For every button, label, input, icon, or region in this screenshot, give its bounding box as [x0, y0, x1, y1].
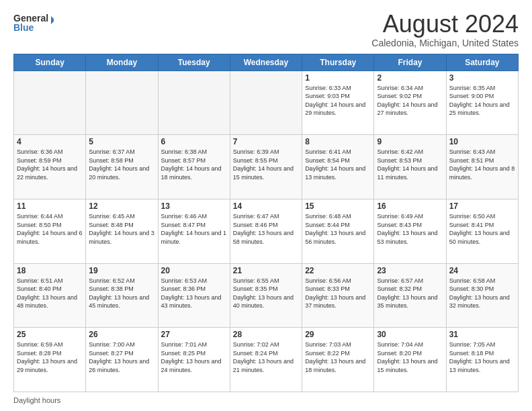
- day-number: 15: [305, 201, 371, 211]
- calendar-cell: 10Sunrise: 6:43 AMSunset: 8:51 PMDayligh…: [446, 135, 518, 199]
- calendar-cell: [230, 71, 302, 135]
- calendar-cell: [86, 71, 158, 135]
- day-number: 25: [17, 330, 83, 339]
- day-info: Sunrise: 6:58 AMSunset: 8:30 PMDaylight:…: [449, 277, 510, 310]
- page-header: General Blue August 2024 Caledonia, Mich…: [13, 11, 519, 48]
- day-info: Sunrise: 6:37 AMSunset: 8:58 PMDaylight:…: [89, 148, 149, 181]
- day-number: 9: [377, 137, 443, 146]
- day-number: 23: [377, 266, 443, 275]
- day-info: Sunrise: 6:56 AMSunset: 8:33 PMDaylight:…: [305, 277, 365, 310]
- calendar-cell: 8Sunrise: 6:41 AMSunset: 8:54 PMDaylight…: [302, 135, 374, 199]
- day-info: Sunrise: 6:57 AMSunset: 8:32 PMDaylight:…: [377, 277, 437, 310]
- day-number: 19: [89, 266, 154, 275]
- calendar-cell: 3Sunrise: 6:35 AMSunset: 9:00 PMDaylight…: [446, 71, 518, 135]
- day-header: Saturday: [446, 54, 518, 71]
- day-info: Sunrise: 6:34 AMSunset: 9:02 PMDaylight:…: [377, 85, 437, 117]
- day-number: 29: [305, 330, 371, 339]
- day-number: 12: [89, 201, 154, 211]
- day-info: Sunrise: 6:43 AMSunset: 8:51 PMDaylight:…: [449, 148, 515, 181]
- day-number: 2: [377, 73, 443, 83]
- day-header: Sunday: [14, 54, 86, 71]
- day-header: Thursday: [302, 54, 374, 71]
- day-number: 10: [449, 137, 515, 146]
- day-number: 14: [233, 201, 299, 211]
- day-header: Wednesday: [230, 54, 302, 71]
- calendar-cell: 14Sunrise: 6:47 AMSunset: 8:46 PMDayligh…: [230, 199, 302, 263]
- day-number: 5: [89, 137, 154, 146]
- calendar-cell: 15Sunrise: 6:48 AMSunset: 8:44 PMDayligh…: [302, 199, 374, 263]
- day-info: Sunrise: 6:55 AMSunset: 8:35 PMDaylight:…: [233, 277, 294, 310]
- day-number: 26: [89, 330, 154, 339]
- day-info: Sunrise: 6:50 AMSunset: 8:41 PMDaylight:…: [449, 213, 510, 245]
- day-number: 30: [377, 330, 443, 339]
- calendar-cell: 4Sunrise: 6:36 AMSunset: 8:59 PMDaylight…: [14, 135, 86, 199]
- day-info: Sunrise: 6:51 AMSunset: 8:40 PMDaylight:…: [17, 277, 77, 310]
- calendar-cell: 13Sunrise: 6:46 AMSunset: 8:47 PMDayligh…: [158, 199, 230, 263]
- day-info: Sunrise: 7:02 AMSunset: 8:24 PMDaylight:…: [233, 341, 294, 373]
- day-info: Sunrise: 6:48 AMSunset: 8:44 PMDaylight:…: [305, 213, 365, 245]
- calendar-cell: 22Sunrise: 6:56 AMSunset: 8:33 PMDayligh…: [302, 263, 374, 328]
- day-number: 6: [161, 137, 227, 146]
- day-header: Tuesday: [158, 54, 230, 71]
- day-number: 3: [449, 73, 515, 83]
- daylight-label: Daylight hours: [13, 396, 60, 404]
- calendar-cell: 27Sunrise: 7:01 AMSunset: 8:25 PMDayligh…: [158, 328, 230, 392]
- day-number: 24: [449, 266, 515, 275]
- month-title: August 2024: [371, 11, 519, 38]
- day-number: 21: [233, 266, 299, 275]
- day-info: Sunrise: 6:45 AMSunset: 8:48 PMDaylight:…: [89, 213, 154, 245]
- day-info: Sunrise: 6:33 AMSunset: 9:03 PMDaylight:…: [305, 85, 365, 117]
- svg-text:Blue: Blue: [13, 22, 34, 33]
- day-number: 13: [161, 201, 227, 211]
- day-number: 20: [161, 266, 227, 275]
- day-info: Sunrise: 7:04 AMSunset: 8:20 PMDaylight:…: [377, 341, 437, 373]
- day-info: Sunrise: 6:39 AMSunset: 8:55 PMDaylight:…: [233, 148, 294, 181]
- day-info: Sunrise: 6:38 AMSunset: 8:57 PMDaylight:…: [161, 148, 222, 181]
- day-number: 8: [305, 137, 371, 146]
- calendar-cell: 16Sunrise: 6:49 AMSunset: 8:43 PMDayligh…: [374, 199, 446, 263]
- calendar-cell: 9Sunrise: 6:42 AMSunset: 8:53 PMDaylight…: [374, 135, 446, 199]
- calendar-cell: 2Sunrise: 6:34 AMSunset: 9:02 PMDaylight…: [374, 71, 446, 135]
- calendar-cell: 12Sunrise: 6:45 AMSunset: 8:48 PMDayligh…: [86, 199, 158, 263]
- calendar-cell: 6Sunrise: 6:38 AMSunset: 8:57 PMDaylight…: [158, 135, 230, 199]
- logo-svg: General Blue: [13, 11, 54, 35]
- calendar-table: SundayMondayTuesdayWednesdayThursdayFrid…: [13, 54, 519, 392]
- calendar-cell: 30Sunrise: 7:04 AMSunset: 8:20 PMDayligh…: [374, 328, 446, 392]
- day-info: Sunrise: 6:44 AMSunset: 8:50 PMDaylight:…: [17, 213, 83, 245]
- day-info: Sunrise: 6:41 AMSunset: 8:54 PMDaylight:…: [305, 148, 365, 181]
- calendar-cell: 19Sunrise: 6:52 AMSunset: 8:38 PMDayligh…: [86, 263, 158, 328]
- day-number: 31: [449, 330, 515, 339]
- day-number: 11: [17, 201, 83, 211]
- footer: Daylight hours: [13, 396, 519, 404]
- day-number: 27: [161, 330, 227, 339]
- logo: General Blue: [13, 11, 54, 35]
- day-number: 28: [233, 330, 299, 339]
- calendar-cell: 21Sunrise: 6:55 AMSunset: 8:35 PMDayligh…: [230, 263, 302, 328]
- calendar-cell: 1Sunrise: 6:33 AMSunset: 9:03 PMDaylight…: [302, 71, 374, 135]
- calendar-cell: 20Sunrise: 6:53 AMSunset: 8:36 PMDayligh…: [158, 263, 230, 328]
- day-info: Sunrise: 6:53 AMSunset: 8:36 PMDaylight:…: [161, 277, 222, 310]
- calendar-cell: 5Sunrise: 6:37 AMSunset: 8:58 PMDaylight…: [86, 135, 158, 199]
- calendar-cell: 11Sunrise: 6:44 AMSunset: 8:50 PMDayligh…: [14, 199, 86, 263]
- calendar-cell: 25Sunrise: 6:59 AMSunset: 8:28 PMDayligh…: [14, 328, 86, 392]
- calendar-cell: [14, 71, 86, 135]
- calendar-cell: [158, 71, 230, 135]
- day-header: Friday: [374, 54, 446, 71]
- calendar-cell: 7Sunrise: 6:39 AMSunset: 8:55 PMDaylight…: [230, 135, 302, 199]
- calendar-cell: 26Sunrise: 7:00 AMSunset: 8:27 PMDayligh…: [86, 328, 158, 392]
- day-info: Sunrise: 7:00 AMSunset: 8:27 PMDaylight:…: [89, 341, 149, 373]
- calendar-cell: 23Sunrise: 6:57 AMSunset: 8:32 PMDayligh…: [374, 263, 446, 328]
- day-number: 17: [449, 201, 515, 211]
- calendar-cell: 17Sunrise: 6:50 AMSunset: 8:41 PMDayligh…: [446, 199, 518, 263]
- day-info: Sunrise: 6:42 AMSunset: 8:53 PMDaylight:…: [377, 148, 437, 181]
- day-info: Sunrise: 7:01 AMSunset: 8:25 PMDaylight:…: [161, 341, 222, 373]
- day-info: Sunrise: 6:52 AMSunset: 8:38 PMDaylight:…: [89, 277, 149, 310]
- title-area: August 2024 Caledonia, Michigan, United …: [371, 11, 519, 48]
- svg-marker-2: [51, 16, 54, 24]
- day-number: 4: [17, 137, 83, 146]
- day-header: Monday: [86, 54, 158, 71]
- day-number: 7: [233, 137, 299, 146]
- location: Caledonia, Michigan, United States: [371, 38, 519, 48]
- day-info: Sunrise: 7:03 AMSunset: 8:22 PMDaylight:…: [305, 341, 365, 373]
- day-info: Sunrise: 6:35 AMSunset: 9:00 PMDaylight:…: [449, 85, 510, 117]
